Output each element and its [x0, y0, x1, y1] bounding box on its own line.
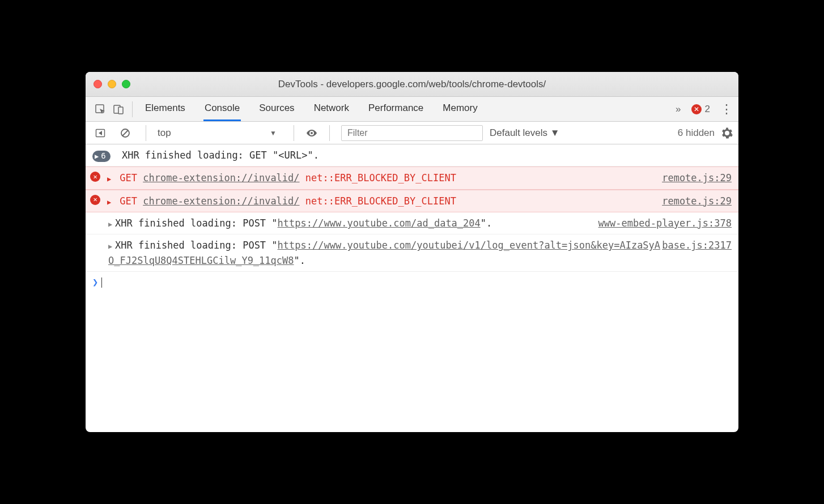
expand-arrow-icon[interactable]: ▶	[108, 241, 115, 252]
request-url[interactable]: https://www.youtube.com/ad_data_204	[278, 217, 481, 229]
hidden-messages-label[interactable]: 6 hidden	[678, 127, 715, 139]
divider	[146, 125, 146, 141]
expand-arrow-icon[interactable]: ▶	[107, 197, 114, 208]
panel-tabs: Elements Console Sources Network Perform…	[137, 97, 479, 121]
svg-line-5	[122, 130, 128, 136]
error-icon	[90, 195, 100, 205]
svg-point-6	[311, 132, 313, 134]
source-link[interactable]: remote.js:29	[662, 194, 732, 208]
show-sidebar-icon[interactable]	[91, 124, 109, 142]
log-message: XHR finished loading: GET "<URL>".	[122, 150, 319, 161]
expand-arrow-icon: ▶	[95, 151, 99, 162]
log-suffix: ".	[294, 255, 305, 266]
error-count-badge[interactable]: 2	[691, 104, 710, 115]
expand-arrow-icon[interactable]: ▶	[107, 174, 114, 185]
prompt-icon: ❯	[92, 276, 98, 288]
divider	[329, 125, 330, 141]
settings-icon[interactable]	[721, 127, 733, 139]
titlebar: DevTools - developers.google.com/web/too…	[86, 72, 738, 97]
dropdown-arrow-icon: ▼	[270, 129, 277, 137]
tab-memory[interactable]: Memory	[441, 97, 478, 121]
error-icon	[691, 104, 702, 114]
inspect-element-icon[interactable]	[91, 100, 109, 118]
divider	[132, 101, 133, 117]
http-method: GET	[120, 172, 137, 183]
device-toolbar-icon[interactable]	[109, 100, 128, 118]
log-row[interactable]: ▶6 XHR finished loading: GET "<URL>".	[86, 144, 738, 166]
badge-count: 6	[101, 150, 105, 163]
request-url[interactable]: chrome-extension://invalid/	[143, 195, 299, 207]
log-suffix: ".	[481, 217, 492, 229]
traffic-lights	[86, 80, 130, 88]
close-window-button[interactable]	[94, 80, 102, 88]
expand-arrow-icon[interactable]: ▶	[108, 219, 115, 230]
tab-console[interactable]: Console	[203, 97, 241, 121]
svg-rect-2	[118, 107, 123, 114]
error-row[interactable]: remote.js:29 ▶ GET chrome-extension://in…	[86, 190, 738, 212]
error-count-label: 2	[705, 104, 710, 115]
error-text: net::ERR_BLOCKED_BY_CLIENT	[305, 195, 456, 207]
tab-performance[interactable]: Performance	[367, 97, 424, 121]
context-label: top	[158, 127, 171, 139]
text-cursor	[101, 277, 102, 288]
log-prefix: XHR finished loading: POST "	[115, 240, 278, 251]
log-levels-selector[interactable]: Default levels ▼	[490, 127, 560, 139]
panel-tabbar: Elements Console Sources Network Perform…	[86, 97, 738, 122]
source-link[interactable]: remote.js:29	[662, 170, 732, 185]
devtools-window: DevTools - developers.google.com/web/too…	[86, 72, 738, 432]
error-icon	[90, 172, 100, 182]
zoom-window-button[interactable]	[122, 80, 130, 88]
log-row[interactable]: www-embed-player.js:378 ▶XHR finished lo…	[86, 212, 738, 234]
window-title: DevTools - developers.google.com/web/too…	[86, 79, 738, 90]
source-link[interactable]: www-embed-player.js:378	[598, 216, 732, 230]
error-text: net::ERR_BLOCKED_BY_CLIENT	[305, 172, 456, 183]
http-method: GET	[120, 195, 137, 207]
context-selector[interactable]: top ▼	[158, 127, 282, 139]
tab-elements[interactable]: Elements	[144, 97, 186, 121]
tab-network[interactable]: Network	[313, 97, 350, 121]
message-count-badge[interactable]: ▶6	[92, 151, 111, 162]
request-url[interactable]: chrome-extension://invalid/	[143, 172, 299, 183]
source-link[interactable]: base.js:2317	[662, 238, 732, 253]
live-expression-icon[interactable]	[305, 127, 318, 139]
minimize-window-button[interactable]	[108, 80, 116, 88]
console-input-row[interactable]: ❯	[86, 272, 738, 292]
log-prefix: XHR finished loading: POST "	[115, 217, 278, 229]
log-row[interactable]: base.js:2317 ▶XHR finished loading: POST…	[86, 234, 738, 272]
filter-input[interactable]	[341, 125, 483, 141]
kebab-menu-icon[interactable]: ⋮	[720, 102, 733, 117]
divider	[294, 125, 294, 141]
console-toolbar: top ▼ Default levels ▼ 6 hidden	[86, 122, 738, 144]
error-row[interactable]: remote.js:29 ▶ GET chrome-extension://in…	[86, 166, 738, 189]
console-output: ▶6 XHR finished loading: GET "<URL>". re…	[86, 144, 738, 432]
clear-console-icon[interactable]	[116, 124, 134, 142]
tab-sources[interactable]: Sources	[258, 97, 295, 121]
tabs-overflow-icon[interactable]: »	[676, 104, 681, 115]
